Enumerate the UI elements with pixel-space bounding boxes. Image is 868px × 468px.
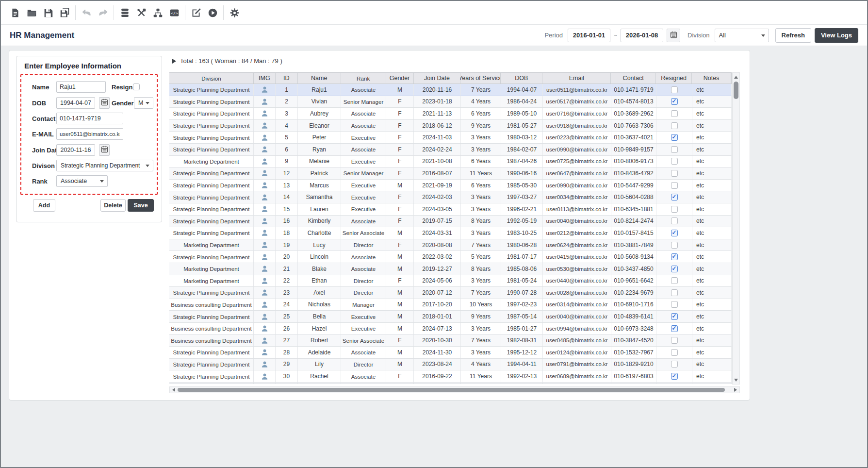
new-file-icon[interactable]	[7, 5, 23, 20]
resigned-checkbox[interactable]	[671, 182, 678, 189]
refresh-button[interactable]: Refresh	[775, 28, 811, 43]
table-row[interactable]: Strategic Planning Department2VivianSeni…	[169, 96, 732, 108]
resign-checkbox[interactable]	[133, 84, 140, 90]
resigned-checkbox[interactable]	[671, 170, 678, 177]
email-field[interactable]	[56, 128, 123, 140]
column-header[interactable]: Contact	[611, 73, 656, 84]
table-row[interactable]: Strategic Planning Department14SamanthaE…	[169, 191, 732, 203]
scroll-left-arrow-icon[interactable]	[170, 387, 177, 393]
column-header[interactable]: Years of Service	[460, 73, 501, 84]
division-form-select[interactable]: Strategic Planning Department	[56, 160, 153, 171]
build-tools-icon[interactable]	[133, 5, 149, 20]
code-icon[interactable]: </>	[166, 5, 182, 20]
table-row[interactable]: Strategic Planning Department28AdelaideA…	[169, 347, 732, 359]
undo-icon[interactable]	[78, 5, 95, 20]
table-row[interactable]: Strategic Planning Department25BellaExec…	[169, 311, 732, 323]
dob-calendar-button[interactable]	[99, 97, 110, 109]
column-header[interactable]: Division	[169, 73, 254, 84]
scroll-down-arrow-icon[interactable]	[733, 376, 739, 384]
resigned-checkbox[interactable]	[671, 194, 678, 201]
resigned-checkbox[interactable]	[671, 301, 678, 308]
resigned-checkbox[interactable]	[671, 266, 678, 272]
run-icon[interactable]	[204, 5, 221, 20]
rank-select[interactable]: Associate	[56, 175, 108, 187]
resigned-checkbox[interactable]	[671, 349, 678, 356]
dob-field[interactable]	[56, 97, 95, 109]
sitemap-icon[interactable]	[149, 5, 166, 20]
table-row[interactable]: Strategic Planning Department5PeterExecu…	[169, 132, 732, 144]
resigned-checkbox[interactable]	[671, 146, 678, 153]
column-header[interactable]: ID	[276, 73, 298, 84]
table-row[interactable]: Strategic Planning Department6RyanAssoci…	[169, 144, 732, 156]
column-header[interactable]: Resigned	[656, 73, 692, 84]
resigned-checkbox[interactable]	[671, 313, 678, 320]
table-row[interactable]: Strategic Planning Department20LincolnAs…	[169, 251, 732, 263]
column-header[interactable]: IMG	[254, 73, 276, 84]
join-date-calendar-button[interactable]	[99, 144, 110, 156]
resigned-checkbox[interactable]	[671, 289, 678, 296]
table-row[interactable]	[169, 383, 732, 384]
table-row[interactable]: Marketing Department22EthanDirectorF2024…	[169, 275, 732, 287]
table-row[interactable]: Business consulting Department26HazelExe…	[169, 323, 732, 335]
period-from-input[interactable]	[568, 29, 610, 42]
resigned-checkbox[interactable]	[671, 242, 678, 249]
save-icon[interactable]	[40, 5, 56, 20]
redo-icon[interactable]	[95, 5, 111, 20]
resigned-checkbox[interactable]	[671, 337, 678, 344]
resigned-checkbox[interactable]	[671, 122, 678, 129]
column-header[interactable]: DOB	[501, 73, 542, 84]
resigned-checkbox[interactable]	[671, 158, 678, 165]
vertical-scrollbar[interactable]	[732, 72, 740, 384]
resigned-checkbox[interactable]	[671, 98, 678, 105]
table-row[interactable]: Strategic Planning Department16KimberlyA…	[169, 216, 732, 228]
table-row[interactable]: Strategic Planning Department4EleanorAss…	[169, 120, 732, 132]
resigned-checkbox[interactable]	[671, 277, 678, 284]
resigned-checkbox[interactable]	[671, 325, 678, 332]
table-row[interactable]: Marketing Department9MelanieExecutiveF20…	[169, 156, 732, 168]
table-row[interactable]: Marketing Department21BlakeAssociateM201…	[169, 263, 732, 275]
resigned-checkbox[interactable]	[671, 253, 678, 260]
table-row[interactable]: Strategic Planning Department12PatrickSe…	[169, 167, 732, 180]
column-header[interactable]: Rank	[341, 73, 386, 84]
column-header[interactable]: Email	[542, 73, 611, 84]
table-row[interactable]: Strategic Planning Department23AxelDirec…	[169, 287, 732, 299]
scroll-up-arrow-icon[interactable]	[733, 73, 739, 81]
join-date-field[interactable]	[56, 144, 95, 156]
table-row[interactable]: Strategic Planning Department13MarcusExe…	[169, 180, 732, 192]
table-row[interactable]: Business consulting Department27RobertSe…	[169, 334, 732, 347]
view-logs-button[interactable]: View Logs	[815, 28, 858, 43]
database-icon[interactable]	[116, 5, 133, 20]
edit-icon[interactable]	[188, 5, 204, 20]
column-header[interactable]: Gender	[386, 73, 414, 84]
resigned-checkbox[interactable]	[671, 361, 678, 368]
table-row[interactable]: Marketing Department19LucyDirectorF2020-…	[169, 239, 732, 251]
resigned-checkbox[interactable]	[671, 86, 678, 93]
name-field[interactable]	[56, 81, 106, 93]
delete-button[interactable]: Delete	[100, 199, 126, 212]
table-row[interactable]: Strategic Planning Department15LaurenExe…	[169, 203, 732, 216]
vertical-scroll-thumb[interactable]	[734, 82, 738, 99]
table-row[interactable]: Strategic Planning Department18Charlotte…	[169, 227, 732, 239]
open-folder-icon[interactable]	[23, 5, 40, 20]
column-header[interactable]: Join Date	[414, 73, 461, 84]
column-header[interactable]: Name	[298, 73, 341, 84]
gender-select[interactable]: M	[134, 97, 153, 109]
save-button[interactable]: Save	[128, 199, 154, 212]
resigned-checkbox[interactable]	[671, 373, 678, 380]
add-button[interactable]: Add	[33, 199, 55, 212]
resigned-checkbox[interactable]	[671, 134, 678, 141]
resigned-checkbox[interactable]	[671, 110, 678, 117]
period-to-input[interactable]	[621, 29, 663, 42]
table-row[interactable]: Strategic Planning Department29LilyDirec…	[169, 359, 732, 371]
table-row[interactable]: Strategic Planning Department1Raju1Assoc…	[169, 84, 732, 96]
table-row[interactable]: Business consulting Department24Nicholas…	[169, 299, 732, 311]
column-header[interactable]: Notes	[692, 73, 731, 84]
contact-field[interactable]	[56, 113, 123, 124]
horizontal-scroll-thumb[interactable]	[178, 388, 725, 392]
period-calendar-button[interactable]	[667, 29, 680, 42]
save-all-icon[interactable]	[56, 5, 73, 20]
scroll-right-arrow-icon[interactable]	[732, 387, 739, 393]
table-row[interactable]: Strategic Planning Department30RachelAss…	[169, 370, 732, 383]
division-filter-select[interactable]: All	[715, 29, 769, 42]
table-row[interactable]: Strategic Planning Department3AubreyAsso…	[169, 108, 732, 120]
